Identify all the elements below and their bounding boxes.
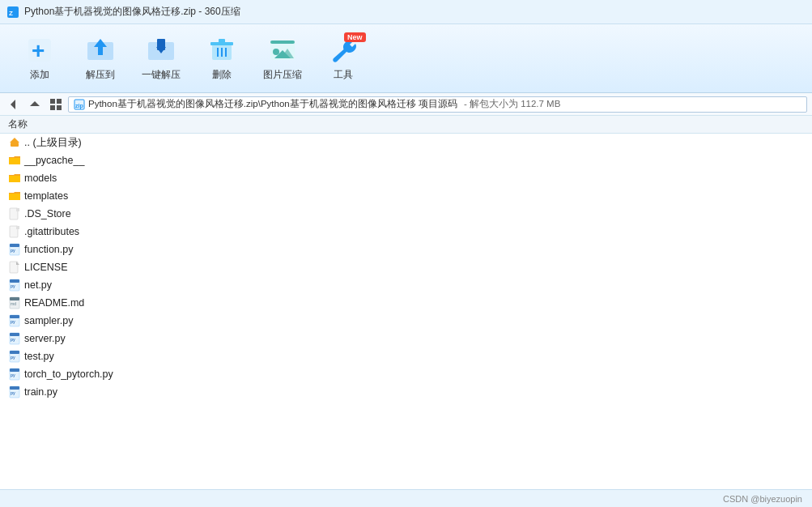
tools-button[interactable]: New 工具 <box>317 31 369 86</box>
file-row[interactable]: py sampler.py <box>0 312 812 330</box>
one-extract-button[interactable]: 一键解压 <box>134 31 187 86</box>
delete-button[interactable]: 删除 <box>195 31 248 86</box>
delete-icon <box>207 36 236 65</box>
file-name: function.py <box>24 244 73 255</box>
add-label: 添加 <box>30 68 49 82</box>
file-icon <box>8 136 21 149</box>
file-name: sampler.py <box>24 315 73 326</box>
file-name: models <box>24 173 57 184</box>
svg-rect-52 <box>10 333 19 336</box>
svg-marker-29 <box>10 138 19 143</box>
svg-rect-55 <box>10 351 19 354</box>
nav-view-button[interactable] <box>47 96 65 113</box>
file-list[interactable]: .. (上级目录) __pycache__ models templates .… <box>0 134 812 489</box>
file-icon: py <box>8 243 21 256</box>
svg-text:py: py <box>11 283 15 288</box>
img-compress-label: 图片压缩 <box>263 68 302 82</box>
svg-text:py: py <box>11 248 15 253</box>
svg-rect-36 <box>16 226 19 229</box>
svg-rect-25 <box>50 105 55 110</box>
file-icon: py <box>8 368 21 381</box>
file-icon: py <box>8 350 21 363</box>
one-extract-label: 一键解压 <box>142 68 181 82</box>
file-row[interactable]: models <box>0 169 812 187</box>
svg-rect-33 <box>16 208 19 211</box>
file-name: net.py <box>24 279 52 291</box>
status-text: CSDN @biyezuopin <box>723 494 802 504</box>
svg-rect-17 <box>270 40 295 44</box>
col-name-label: 名称 <box>8 117 28 131</box>
file-icon <box>8 190 21 202</box>
title-text: Python基于机器视觉的图像风格迁移.zip - 360压缩 <box>24 5 240 19</box>
nav-back-button[interactable] <box>5 96 23 113</box>
one-extract-icon <box>147 36 176 65</box>
nav-bar: zip Python基于机器视觉的图像风格迁移.zip\Python基于机器视觉… <box>0 93 812 116</box>
file-list-header: 名称 <box>0 116 812 134</box>
file-icon <box>8 207 21 220</box>
file-row[interactable]: templates <box>0 187 812 205</box>
file-row[interactable]: LICENSE <box>0 258 812 276</box>
svg-marker-21 <box>11 100 15 109</box>
svg-text:py: py <box>11 390 15 395</box>
extract-to-button[interactable]: 解压到 <box>74 31 126 86</box>
img-compress-button[interactable]: 图片压缩 <box>256 31 308 86</box>
svg-rect-6 <box>98 47 103 55</box>
svg-rect-58 <box>10 369 19 372</box>
svg-text:+: + <box>32 38 45 63</box>
svg-rect-61 <box>10 386 19 390</box>
file-icon <box>8 261 21 274</box>
svg-text:Z: Z <box>9 10 13 17</box>
path-size: - 解包大小为 112.7 MB <box>464 98 560 110</box>
img-compress-icon <box>268 36 297 65</box>
file-name: .. (上级目录) <box>24 136 82 150</box>
file-row[interactable]: py net.py <box>0 276 812 294</box>
file-row[interactable]: py function.py <box>0 241 812 258</box>
new-badge: New <box>344 32 366 42</box>
add-icon: + <box>25 36 54 65</box>
file-name: __pycache__ <box>24 155 84 166</box>
file-row[interactable]: .gitattributes <box>0 223 812 241</box>
file-name: train.py <box>24 386 57 398</box>
file-row[interactable]: md README.md <box>0 294 812 312</box>
svg-text:py: py <box>11 355 15 360</box>
file-name: .gitattributes <box>24 226 79 237</box>
status-bar: CSDN @biyezuopin <box>0 489 812 507</box>
svg-rect-46 <box>10 297 19 300</box>
svg-rect-38 <box>10 244 19 247</box>
title-bar: Z Python基于机器视觉的图像风格迁移.zip - 360压缩 <box>0 0 812 24</box>
tools-icon: New <box>329 36 358 65</box>
svg-text:py: py <box>11 373 15 377</box>
file-icon <box>8 225 21 238</box>
add-button[interactable]: + 添加 <box>13 31 66 86</box>
file-row[interactable]: py server.py <box>0 330 812 347</box>
file-row[interactable]: __pycache__ <box>0 151 812 169</box>
extract-to-label: 解压到 <box>86 68 115 82</box>
svg-rect-49 <box>10 315 19 318</box>
svg-rect-26 <box>57 105 62 110</box>
file-row[interactable]: .. (上级目录) <box>0 134 812 151</box>
file-row[interactable]: py train.py <box>0 383 812 401</box>
file-icon: py <box>8 279 21 292</box>
delete-label: 删除 <box>212 68 232 82</box>
svg-rect-12 <box>219 39 225 43</box>
app-icon: Z <box>6 6 19 19</box>
file-name: templates <box>24 190 68 202</box>
file-row[interactable]: .DS_Store <box>0 205 812 223</box>
svg-rect-23 <box>50 99 55 104</box>
svg-rect-24 <box>57 99 62 104</box>
svg-text:py: py <box>11 319 15 324</box>
file-icon: py <box>8 314 21 327</box>
file-row[interactable]: py torch_to_pytorch.py <box>0 365 812 383</box>
file-icon: py <box>8 332 21 345</box>
tools-label: 工具 <box>334 68 353 82</box>
file-icon: md <box>8 296 21 309</box>
svg-text:py: py <box>11 337 15 342</box>
file-row[interactable]: py test.py <box>0 347 812 365</box>
file-icon <box>8 154 21 167</box>
path-main: Python基于机器视觉的图像风格迁移.zip\Python基于机器视觉的图像风… <box>88 98 457 110</box>
file-name: torch_to_pytorch.py <box>24 369 113 380</box>
file-name: test.py <box>24 351 54 362</box>
nav-up-button[interactable] <box>26 96 44 113</box>
file-icon <box>8 172 21 185</box>
file-name: .DS_Store <box>24 208 71 219</box>
